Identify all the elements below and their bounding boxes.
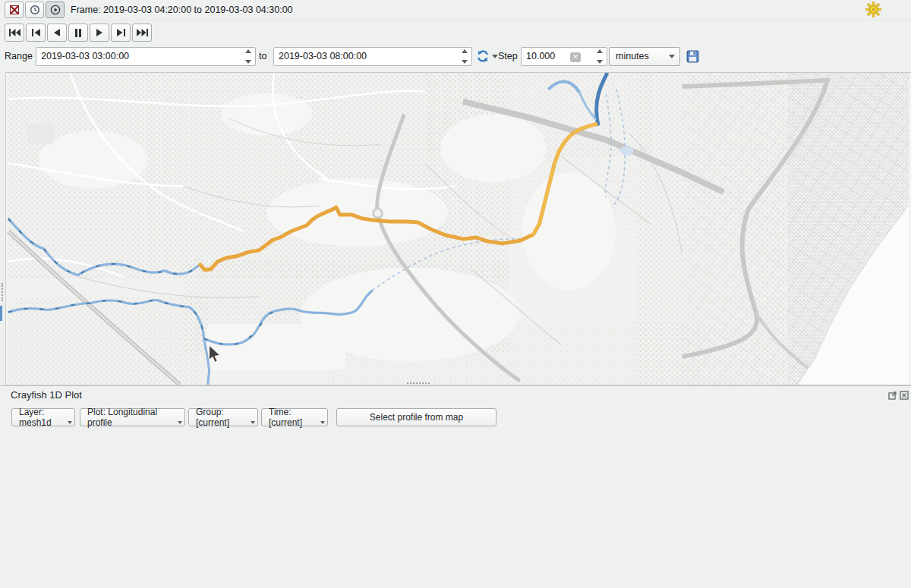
- gear-icon[interactable]: [865, 2, 881, 17]
- combo-dropdown-arrow: [669, 55, 675, 58]
- time-toolbar: Frame: 2019-03-03 04:20:00 to 2019-03-03…: [0, 0, 911, 20]
- clock-icon: [30, 5, 40, 15]
- save-range-button[interactable]: [686, 47, 699, 65]
- refresh-button[interactable]: [476, 47, 498, 65]
- step-unit-combobox[interactable]: minutes: [609, 47, 680, 66]
- skip-to-start-icon: [9, 29, 20, 36]
- time-settings-button[interactable]: [25, 2, 44, 18]
- float-panel-icon[interactable]: [888, 391, 897, 400]
- splitter-grip-vertical[interactable]: [2, 283, 3, 301]
- play-button[interactable]: [90, 24, 109, 42]
- step-back-button[interactable]: [26, 24, 46, 42]
- play-reverse-button[interactable]: [47, 24, 67, 42]
- menu-arrow-icon: [178, 421, 182, 424]
- play-reverse-icon: [53, 29, 61, 36]
- step-input[interactable]: 10.000 ✕: [521, 47, 607, 66]
- close-panel-icon[interactable]: [900, 391, 909, 400]
- menu-arrow-icon: [320, 421, 325, 424]
- range-end-input[interactable]: 2019-03-03 08:00:00: [273, 47, 472, 66]
- step-forward-icon: [117, 29, 125, 36]
- step-label: Step: [498, 44, 518, 69]
- pause-button[interactable]: [68, 24, 88, 42]
- to-label: to: [259, 44, 266, 69]
- refresh-icon: [476, 49, 490, 63]
- play-circle-icon: [50, 5, 61, 15]
- range-end-spinner[interactable]: [459, 49, 470, 64]
- play-mode-button[interactable]: [46, 2, 65, 18]
- skip-to-start-button[interactable]: [5, 24, 24, 42]
- frame-label: Frame: 2019-03-03 04:20:00 to 2019-03-03…: [71, 0, 293, 20]
- group-menu-button[interactable]: Group: [current]: [188, 408, 258, 426]
- time-menu-button[interactable]: Time: [current]: [261, 408, 328, 426]
- no-time-icon: [9, 5, 20, 15]
- map-canvas[interactable]: [6, 72, 911, 385]
- skip-to-end-button[interactable]: [132, 24, 152, 42]
- menu-arrow-icon: [68, 421, 72, 424]
- menu-arrow-icon: [251, 421, 255, 424]
- no-time-button[interactable]: [5, 2, 24, 18]
- plot-menu-button[interactable]: Plot: Longitudinal profile: [80, 408, 185, 426]
- pause-icon: [74, 29, 82, 37]
- panel-edge-gutter: [0, 72, 6, 385]
- step-spinner[interactable]: [594, 49, 605, 64]
- clear-step-icon[interactable]: ✕: [570, 52, 581, 62]
- layer-menu-button[interactable]: Layer: mesh1d: [11, 408, 75, 426]
- playback-toolbar: Loop: [0, 20, 911, 44]
- step-forward-button[interactable]: [111, 24, 131, 42]
- step-unit-value: minutes: [616, 51, 649, 61]
- range-toolbar: Range 2019-03-03 03:00:00 to 2019-03-03 …: [0, 44, 911, 69]
- save-icon: [686, 50, 699, 63]
- panel-title: Crayfish 1D Plot: [11, 389, 82, 401]
- range-end-value: 2019-03-03 08:00:00: [279, 51, 367, 61]
- range-start-value: 2019-03-03 03:00:00: [41, 51, 129, 61]
- select-profile-button[interactable]: Select profile from map: [336, 408, 496, 426]
- splitter-grip-horizontal[interactable]: [407, 382, 430, 384]
- refresh-dropdown-arrow[interactable]: [492, 55, 498, 58]
- range-start-spinner[interactable]: [243, 49, 254, 64]
- skip-to-end-icon: [137, 29, 148, 36]
- play-icon: [96, 29, 103, 36]
- range-start-input[interactable]: 2019-03-03 03:00:00: [36, 47, 256, 66]
- crayfish-1d-plot-panel: Crayfish 1D Plot Layer: mesh1d Plot: Lon…: [0, 385, 911, 588]
- map-stadium-patch: [27, 124, 55, 145]
- step-value: 10.000: [526, 51, 555, 61]
- map-svg: [6, 73, 911, 385]
- range-label: Range: [5, 44, 33, 69]
- step-back-icon: [32, 29, 40, 36]
- panel-tab-marker: [0, 306, 2, 321]
